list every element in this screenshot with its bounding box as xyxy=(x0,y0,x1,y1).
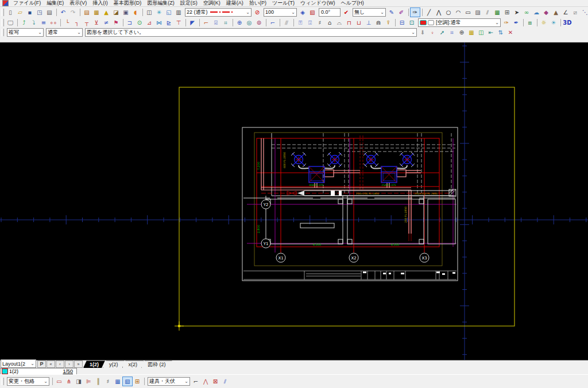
damper-insert-icon[interactable]: ⊿ xyxy=(145,18,154,27)
snap-diamond-icon[interactable]: ◈ xyxy=(298,8,307,17)
xy-input-icon[interactable]: ⇅ xyxy=(496,28,505,37)
box-fitting-icon[interactable]: ⋒ xyxy=(374,18,383,27)
menu-shape-edit[interactable]: 図形編集(Z) xyxy=(144,0,177,7)
elbow-up-icon[interactable]: └ xyxy=(63,18,72,27)
layer-display-icon[interactable]: ◖ xyxy=(131,8,140,17)
pin-fitting-icon[interactable]: ⍒ xyxy=(384,18,393,27)
aux-line-icon[interactable]: ⧄ xyxy=(571,8,580,17)
pipe-size-icon[interactable]: ⊥ xyxy=(364,18,373,27)
pipe-tool-icon[interactable]: ⌐ xyxy=(202,18,211,27)
tab-scroll-prev[interactable]: ‹ xyxy=(56,360,64,368)
stamp-icon[interactable]: ◆ xyxy=(541,8,551,17)
section-box-icon[interactable]: ◤ xyxy=(188,18,197,27)
ruler-pen-icon[interactable]: ✐ xyxy=(397,8,406,17)
snap-box-icon[interactable]: ▧ xyxy=(308,8,317,17)
view-3d-icon[interactable]: 3D xyxy=(563,18,572,27)
fit-down-icon[interactable]: ⍗ xyxy=(305,18,315,27)
command-submode-combo[interactable]: 通常 xyxy=(46,28,83,37)
command-message-box[interactable]: 図形を選択して下さい。 xyxy=(85,28,417,37)
fill-combo[interactable]: 無し xyxy=(353,8,386,17)
system-layer-combo[interactable]: [空調]:通常 xyxy=(418,18,501,27)
menu-window[interactable]: ウィンドウ(W) xyxy=(297,0,338,7)
pen-b-icon[interactable]: ✒ xyxy=(512,18,521,27)
height-text-icon[interactable]: ⊤ xyxy=(174,18,183,27)
toolbar-grip[interactable] xyxy=(1,19,4,26)
partial-erase-icon[interactable]: ◨ xyxy=(74,377,83,386)
keyboard-input-icon[interactable]: ▦ xyxy=(467,28,476,37)
refresh-view-icon[interactable]: ✳ xyxy=(154,8,164,17)
polyline-tool-icon[interactable]: ⋀ xyxy=(434,8,443,17)
route-select-icon[interactable]: ⤴ xyxy=(20,18,29,27)
pen-a-icon[interactable]: ✑ xyxy=(502,18,511,27)
step-back-icon[interactable]: ⇤ xyxy=(486,28,496,37)
parallel-lines-icon[interactable]: ⫽ xyxy=(483,8,492,17)
ceiling-poly-icon[interactable]: ⋀ xyxy=(201,377,210,386)
tab-scroll-last[interactable]: » xyxy=(74,360,83,368)
layer-list-icon[interactable]: ▦ xyxy=(92,8,101,17)
level-change-icon[interactable]: ⊵ xyxy=(164,18,173,27)
grid-hash-icon[interactable]: ♯ xyxy=(103,377,113,386)
crosshair-snap-icon[interactable]: ⊕ xyxy=(457,28,466,37)
duct-fitting2-icon[interactable]: ⌂ xyxy=(325,18,334,27)
command-mode-combo[interactable]: 複写 xyxy=(7,28,44,37)
property-list-icon[interactable]: ≡ xyxy=(39,18,48,27)
no-entry-icon[interactable]: ⊘ xyxy=(253,8,262,17)
layer-pen-icon[interactable]: ◪ xyxy=(111,8,121,17)
fill-region-icon[interactable]: ▲ xyxy=(551,8,560,17)
calc-input-icon[interactable]: ◫ xyxy=(477,28,486,37)
tee-joint-icon[interactable]: ┬ xyxy=(82,18,91,27)
target-snap-icon[interactable]: ⊕ xyxy=(235,18,244,27)
line-tool-icon[interactable]: ╱ xyxy=(424,8,434,17)
p-button[interactable]: P xyxy=(37,360,46,368)
auto-enclose-icon[interactable]: ▧ xyxy=(123,377,132,386)
angle-field[interactable]: 0.0° xyxy=(319,8,341,17)
menu-help[interactable]: ヘルプ(H) xyxy=(338,0,367,7)
elbow-down-icon[interactable]: ┐ xyxy=(72,18,82,27)
system-copy-icon[interactable]: ⊟ xyxy=(397,18,407,27)
pipe-tool3-icon[interactable]: ⌗ xyxy=(221,18,230,27)
layer-window-icon[interactable]: ▣ xyxy=(121,8,130,17)
corner-tool-icon[interactable]: ⌐ xyxy=(268,18,277,27)
menu-hvac[interactable]: 空調(K) xyxy=(200,0,223,7)
duct-fitting3-icon[interactable]: ⌓ xyxy=(335,18,344,27)
hatch-tool-icon[interactable]: ▨ xyxy=(473,8,482,17)
angle-check-icon[interactable]: ✔ xyxy=(342,8,351,17)
save-search-icon[interactable]: ◳ xyxy=(35,8,44,17)
pick-move-icon[interactable]: ➚ xyxy=(438,28,447,37)
compass-pen-icon[interactable]: ✎ xyxy=(387,8,396,17)
duct-end-icon[interactable]: ⊐ xyxy=(125,18,134,27)
rect-tool-icon[interactable]: ▭ xyxy=(463,8,473,17)
duct-fitting1-icon[interactable]: ♯ xyxy=(315,18,324,27)
input-drop-icon[interactable]: ⬇ xyxy=(418,28,427,37)
point-link-icon[interactable]: ∘∘ xyxy=(49,18,58,27)
arc-tool-icon[interactable]: ◠ xyxy=(454,8,463,17)
duct-fitting5-icon[interactable]: ⊔ xyxy=(354,18,363,27)
double-wall-icon[interactable]: ║ xyxy=(94,377,103,386)
menu-architecture[interactable]: 建築(A) xyxy=(223,0,246,7)
menu-settings[interactable]: 設定(S) xyxy=(177,0,200,7)
route-flag-icon[interactable]: ⚑ xyxy=(111,18,121,27)
revision-cloud-icon[interactable]: ☁ xyxy=(532,8,541,17)
ceiling-box-icon[interactable]: ⊠ xyxy=(211,377,220,386)
menu-insert[interactable]: 挿入(I) xyxy=(90,0,111,7)
redo-icon[interactable]: ↷ xyxy=(68,8,78,17)
layer-settings-icon[interactable]: ▤ xyxy=(82,8,91,17)
display-scale-combo[interactable]: 100 xyxy=(264,8,297,17)
pick-arrow-icon[interactable]: ➤ xyxy=(512,8,521,17)
tab-scroll-next[interactable]: › xyxy=(65,360,74,368)
envelope-icon[interactable]: ▦ xyxy=(113,377,122,386)
menu-pickup[interactable]: 拾い(P) xyxy=(246,0,269,7)
hatch-pen-icon[interactable]: ⫻ xyxy=(282,18,291,27)
change-box-icon[interactable]: ▭ xyxy=(55,377,64,386)
new-file-icon[interactable]: ▯ xyxy=(6,8,15,17)
door-tool-icon[interactable]: ⌐ xyxy=(191,377,200,386)
route-select2-icon[interactable]: ⤵ xyxy=(29,18,38,27)
tab-scroll-first[interactable]: « xyxy=(47,360,55,368)
sheet-tab-x[interactable]: x(2) xyxy=(122,360,144,368)
edit-mode-combo[interactable]: 変更・包絡 xyxy=(7,377,49,386)
sheet-tab-y[interactable]: y(2) xyxy=(103,360,125,368)
bulb-on-icon[interactable]: ☼ xyxy=(539,18,548,27)
toolbar-grip[interactable] xyxy=(1,29,4,36)
scale-value[interactable]: 1/50 xyxy=(63,368,75,374)
sheet-tab-zuwaku[interactable]: 図枠 (2) xyxy=(141,360,172,368)
